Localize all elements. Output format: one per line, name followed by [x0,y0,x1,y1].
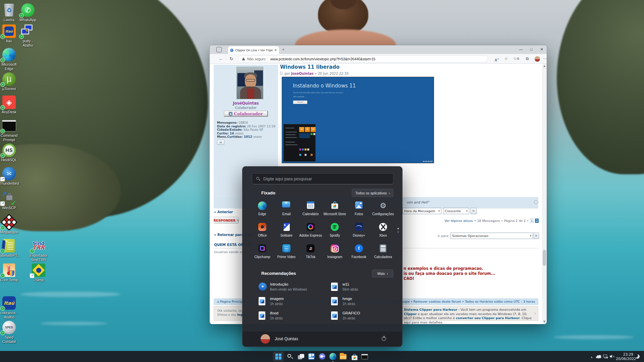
pinned-app-clipchamp[interactable]: Clipchamp [250,243,274,262]
taskbar-search-button[interactable] [285,352,296,361]
read-aloud-icon[interactable]: A∧ [493,55,500,62]
post-page-icon[interactable] [280,72,282,75]
file-explorer-button[interactable] [338,352,348,361]
desktop-icon-whatsapp[interactable]: ✆✓ WhatsApp [16,3,40,22]
notification-center-button[interactable] [635,354,640,362]
all-apps-button[interactable]: Todos os aplicativos› [352,189,393,197]
more-button[interactable]: Mais› [372,269,393,278]
pinned-app-solitaire[interactable]: Solitaire [274,222,299,241]
recommended-item-w11[interactable]: w11 56m atrás [330,281,399,294]
browser-tab[interactable]: Clipper On Line • Ver Tópico - W ✕ [228,46,279,54]
recommended-item-introducao[interactable]: ✦ Introdução Bem-vindo ao Windows [257,281,327,294]
user-avatar[interactable] [261,334,270,344]
pinned-app-facebook[interactable]: f Facebook [347,243,371,262]
pinned-app-email[interactable]: Email [274,200,299,220]
pinned-app-xbox[interactable]: Xbox [371,222,395,241]
sort-field-select[interactable]: Hora da Mensagem▾ [402,208,441,214]
chat-button[interactable] [317,352,327,361]
desktop-icon-exportador-sindtrr[interactable]: SindTRR ✓ Exportador SindTRR [27,239,50,262]
quote-icon[interactable] [534,200,538,204]
pinned-app-edge[interactable]: Edge [250,200,274,220]
onedrive-tray-icon[interactable] [596,355,601,362]
post-screenshot-image[interactable]: Instalando o Windows 11 Seu PC será rein… [282,77,434,163]
volume-tray-icon[interactable] [610,354,614,362]
refresh-icon[interactable]: ↻ [228,55,235,62]
page-1-button[interactable]: 1 [530,219,534,223]
desktop-icon-anydesk[interactable]: ◈✓ AnyDesk [0,96,21,114]
new-tab-button[interactable]: + [282,47,285,52]
desktop-icon-utorrent[interactable]: µ✓ µTorrent [0,72,21,91]
desktop-icon-winscp[interactable]: ↗↗ ↗ WinSCP [0,191,21,210]
scroll-up-icon[interactable]: ▲ [542,64,547,67]
desktop-icon-command-prompt[interactable]: ✓ Command Prompt [0,119,21,142]
taskbar-cmd-button[interactable] [359,352,370,361]
sort-go-button[interactable]: Ir [471,208,477,214]
collections-icon[interactable]: ⧉ [524,55,531,62]
author-username[interactable]: JoséQuintas [214,101,278,106]
pinned-app-prime-video[interactable]: primevideo Prime Video [274,243,299,262]
recommended-item-grafico[interactable]: GRAFICO 1h atrás [330,310,399,323]
pinned-app-settings[interactable]: ⚙ Configurações [371,200,395,220]
desktop-icon-sped-contabil[interactable]: SPED ✓ Sped Contabil [0,321,21,344]
clock[interactable]: 23:29 20/06/2022 [616,352,633,362]
tab-close-icon[interactable]: ✕ [274,48,277,52]
task-view-button[interactable] [296,352,306,361]
pinned-app-adobe-express[interactable]: Adobe Express [299,222,323,241]
menu-dots-icon[interactable]: ⋯ [541,55,547,62]
search-input[interactable] [263,177,389,181]
user-name[interactable]: José Quintas [275,337,298,341]
page-2-button[interactable]: 2 [535,219,539,223]
start-button[interactable] [273,352,284,361]
recommended-item-ifood[interactable]: ifood 1h atrás [257,310,327,323]
tab-actions-icon[interactable] [216,47,222,52]
pinned-app-instagram[interactable]: Instagram [323,243,347,262]
desktop-icon-coretemp[interactable]: ✓ Core Temp [0,263,21,282]
pinned-app-calendar[interactable]: Calendário [299,200,323,220]
home-link[interactable]: ⌂ Página Principal [217,300,245,303]
recommended-item-imagem[interactable]: imagem 1h atrás [257,296,327,308]
pinned-app-disney[interactable]: Disney+ [347,222,371,241]
favorites-hub-icon[interactable]: ☆≡ [513,55,520,62]
pinned-app-store[interactable]: Microsoft Store [323,200,347,220]
desktop-icon-itau-cobranca[interactable]: Itaú ✓ cobranca - Atalho [0,296,21,319]
desktop-icon-tabelaibpt[interactable]: ≈ ✓ TabelaIBPT... [0,239,21,258]
pinned-app-photos[interactable]: Fotos [347,200,371,220]
start-search-box[interactable] [252,173,393,184]
pinned-app-calculator[interactable]: Calculadora [371,243,395,262]
network-tray-icon[interactable] [603,355,608,362]
author-link[interactable]: JoséQuintas [291,72,314,75]
power-button[interactable] [381,336,387,341]
footer-links[interactable]: A Equipe • Remover cookies deste fórum •… [395,300,535,303]
widgets-button[interactable] [306,352,317,361]
desktop-icon-edge[interactable]: ✓ Microsoft Edge [0,48,21,71]
scrollbar-thumb[interactable] [543,250,546,266]
carousel-next-icon[interactable]: › [534,311,536,316]
desktop-icon-heidisql[interactable]: HS✓ HeidiSQL [0,143,21,162]
taskbar-store-button[interactable] [349,352,360,361]
sort-order-select[interactable]: Crescente▾ [443,208,469,214]
jump-select[interactable]: Sistemas Operacionais▾ [450,233,533,239]
back-icon[interactable]: ← [217,55,224,62]
scrollbar[interactable]: ▲ ▼ [542,64,547,324]
add-favorite-icon[interactable]: ☆ [502,55,510,62]
email-button[interactable]: ✉ [217,140,224,145]
pinned-page-dots[interactable] [397,228,399,235]
taskbar-edge-button[interactable] [327,352,338,361]
desktop-icon-thunderbird[interactable]: ✉↗ Thunderbird [0,167,21,186]
pinned-app-tiktok[interactable]: ♫ TikTok [299,243,323,262]
previous-link[interactable]: « Anterior [214,210,233,214]
active-topics-link[interactable]: Ver tópicos ativos [444,219,473,223]
post-title[interactable]: Windows 11 liberado [280,64,339,70]
profile-avatar[interactable] [534,55,541,62]
minimize-button[interactable]: — [516,45,526,53]
pinned-app-office[interactable]: Office [250,222,274,241]
recommended-item-hmge[interactable]: hmge 1h atrás [330,296,399,308]
desktop-icon-putty[interactable]: ⚡ ✓ putty - Atalho [16,24,40,48]
scroll-down-icon[interactable]: ▼ [542,320,547,323]
tray-expand-button[interactable]: ∧ [588,351,596,362]
reply-button[interactable]: RESPONDER✎ [214,217,239,224]
desktop-icon-isimp[interactable]: ↗ i-Simp [27,263,50,282]
pinned-app-spotify[interactable]: Spotify [323,222,347,241]
maximize-button[interactable]: □ [526,45,536,53]
desktop-icon-megalogos[interactable]: ✓ Megalogos [0,216,21,234]
